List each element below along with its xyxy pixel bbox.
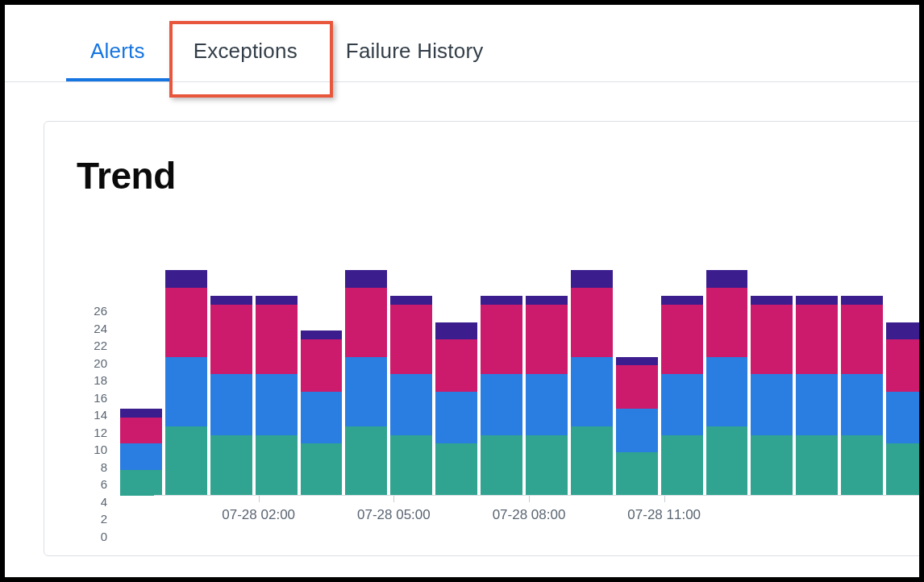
- chart-bar-segment: [661, 435, 703, 496]
- chart-bar[interactable]: [165, 270, 207, 496]
- chart-bar-segment: [345, 426, 387, 496]
- chart-bar-segment: [301, 330, 343, 339]
- y-tick-label: 8: [75, 459, 107, 473]
- chart-bar-segment: [481, 374, 522, 434]
- chart-bar[interactable]: [571, 270, 613, 496]
- chart-bar[interactable]: [526, 296, 568, 496]
- chart-bar-segment: [706, 357, 748, 426]
- chart-bar-segment: [210, 296, 252, 305]
- x-tick-mark: [259, 496, 260, 502]
- chart-bar-segment: [165, 426, 207, 496]
- y-tick-label: 22: [75, 339, 107, 352]
- chart-bar-segment: [796, 305, 838, 374]
- y-tick-label: 24: [75, 321, 107, 335]
- chart-bar-segment: [571, 357, 613, 426]
- chart-bar[interactable]: [751, 296, 793, 496]
- chart-bar-segment: [661, 296, 703, 305]
- chart-bar-segment: [301, 443, 343, 496]
- x-axis: 07-28 02:0007-28 05:0007-28 08:0007-28 1…: [115, 496, 924, 536]
- chart-bar-segment: [751, 305, 793, 374]
- chart-bar-segment: [435, 392, 477, 444]
- chart-bar[interactable]: [616, 357, 658, 496]
- trend-panel: Trend 02468101214161820222426 07-28 02:0…: [44, 121, 924, 556]
- chart-bar[interactable]: [256, 296, 298, 496]
- chart-bar-segment: [210, 435, 252, 496]
- tab-exceptions[interactable]: Exceptions: [169, 24, 322, 81]
- chart-bar-segment: [841, 296, 883, 305]
- tab-bar: Alerts Exceptions Failure History: [5, 5, 919, 82]
- y-tick-label: 0: [75, 530, 107, 543]
- chart-bar-segment: [120, 470, 162, 496]
- chart-bar-segment: [616, 365, 658, 409]
- chart-bar-segment: [751, 296, 793, 305]
- x-tick-label: 07-28 08:00: [493, 507, 566, 523]
- chart-bar-segment: [751, 435, 793, 496]
- chart-bar[interactable]: [345, 270, 387, 496]
- chart-bar-segment: [571, 288, 613, 357]
- app-frame: Alerts Exceptions Failure History Trend …: [0, 0, 924, 582]
- chart-bar-segment: [886, 443, 924, 496]
- chart-bar[interactable]: [210, 296, 252, 496]
- chart-bar-segment: [435, 322, 477, 340]
- x-tick-label: 07-28 02:00: [222, 507, 295, 523]
- x-tick-mark: [664, 496, 665, 502]
- trend-chart: 02468101214161820222426 07-28 02:0007-28…: [77, 270, 924, 536]
- chart-bar[interactable]: [661, 296, 703, 496]
- panel-title: Trend: [77, 154, 924, 197]
- chart-bar[interactable]: [886, 322, 924, 496]
- chart-bar-segment: [165, 357, 207, 426]
- chart-bar-segment: [661, 305, 703, 374]
- x-tick-mark: [393, 496, 394, 502]
- chart-bar-segment: [706, 288, 748, 357]
- chart-bar-segment: [841, 435, 883, 496]
- chart-bar[interactable]: [796, 296, 838, 496]
- y-tick-label: 12: [75, 425, 107, 439]
- chart-bar-segment: [796, 374, 838, 434]
- chart-bar[interactable]: [481, 296, 522, 496]
- chart-bar-segment: [435, 339, 477, 392]
- chart-bar-segment: [481, 296, 522, 305]
- chart-bar-segment: [165, 288, 207, 357]
- chart-bar-segment: [841, 305, 883, 374]
- chart-bar-segment: [751, 374, 793, 434]
- x-tick-label: 07-28 11:00: [627, 507, 701, 523]
- chart-bar-segment: [390, 435, 432, 496]
- chart-bar-segment: [796, 435, 838, 496]
- chart-bar-segment: [120, 418, 162, 443]
- chart-bar[interactable]: [390, 296, 432, 496]
- chart-bar-segment: [390, 374, 432, 434]
- chart-bar-segment: [301, 392, 343, 444]
- chart-bar-segment: [256, 435, 298, 496]
- chart-bar-segment: [886, 322, 924, 340]
- y-tick-label: 4: [75, 494, 107, 508]
- tab-failure-history[interactable]: Failure History: [322, 24, 508, 81]
- chart-bar-segment: [120, 443, 162, 469]
- y-tick-label: 14: [75, 408, 107, 422]
- chart-bar-segment: [345, 288, 387, 357]
- chart-bar-segment: [616, 357, 658, 366]
- chart-bar-segment: [616, 452, 658, 496]
- chart-bar-segment: [841, 374, 883, 434]
- chart-bar-segment: [571, 426, 613, 496]
- x-tick-mark: [529, 496, 530, 502]
- chart-bar-segment: [661, 374, 703, 434]
- y-tick-label: 18: [75, 373, 107, 387]
- tab-alerts[interactable]: Alerts: [66, 24, 169, 81]
- chart-bar[interactable]: [435, 322, 477, 496]
- chart-bar[interactable]: [120, 409, 162, 496]
- chart-bar-segment: [435, 443, 477, 496]
- chart-bar-segment: [120, 409, 162, 418]
- chart-bar-segment: [706, 270, 748, 288]
- chart-bar[interactable]: [301, 330, 343, 496]
- chart-bar-segment: [526, 435, 568, 496]
- chart-bar[interactable]: [841, 296, 883, 496]
- chart-bar[interactable]: [706, 270, 748, 496]
- chart-bar-segment: [706, 426, 748, 496]
- y-axis: 02468101214161820222426: [77, 270, 112, 536]
- chart-bar-segment: [526, 374, 568, 434]
- chart-bar-segment: [165, 270, 207, 288]
- chart-bar-segment: [256, 296, 298, 305]
- chart-bar-segment: [796, 296, 838, 305]
- chart-bar-segment: [526, 305, 568, 374]
- y-tick-label: 6: [75, 477, 107, 491]
